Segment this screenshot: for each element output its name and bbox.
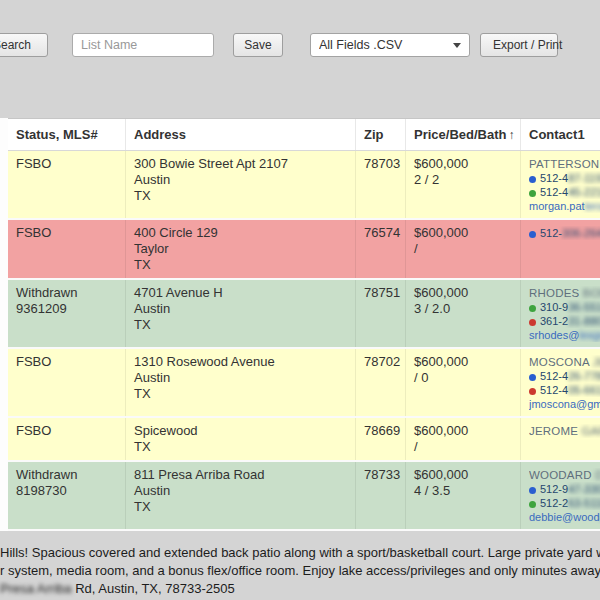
contact-phone-blurred: 05-6612 [568, 384, 600, 396]
address-cell: 1310 Rosewood AvenueAustinTX [125, 349, 355, 416]
contact-name: MOSCONA JEROME [529, 355, 600, 369]
table-body: FSBO300 Bowie Street Apt 2107AustinTX787… [8, 151, 600, 531]
list-name-input[interactable] [72, 33, 214, 57]
contact-phone-visible: 512-9 [540, 483, 568, 495]
contact-phone: 512-947-3302 [529, 482, 600, 496]
address-line: Taylor [134, 241, 347, 257]
contact-email-link[interactable]: morgan.patterson@me.com [529, 199, 600, 213]
address-cell: SpicewoodTX [125, 418, 355, 460]
search-button[interactable]: Search [0, 33, 48, 57]
phone-status-dot-icon [529, 319, 536, 326]
contact-phone-blurred: 306-2644 [562, 227, 600, 239]
contact-email-visible: debbie@wood [529, 511, 600, 523]
contact-name-blurred: BODYA R [583, 287, 600, 299]
phone-status-dot-icon [529, 231, 536, 238]
contact-email-visible: morgan.pat [529, 200, 585, 212]
phone-status-dot-icon [529, 374, 536, 381]
table-row[interactable]: Withdrawn8198730811 Presa Arriba RoadAus… [8, 462, 600, 531]
table-row[interactable]: FSBO1310 Rosewood AvenueAustinTX78702$60… [8, 349, 600, 418]
contact-email-link[interactable]: srhodes@lexgrp.com [529, 328, 600, 342]
table-row[interactable]: FSBO400 Circle 129TaylorTX76574$600,000/… [8, 220, 600, 280]
remarks-line-2: r system, media room, and a bonus flex/o… [0, 562, 600, 580]
price-line: / [414, 241, 512, 257]
contact-phone-visible: 512-4 [540, 384, 568, 396]
contact-cell: MOSCONA JEROME512-426-7789512-405-6612jm… [520, 349, 600, 416]
table-row[interactable]: Withdrawn93612094701 Avenue HAustinTX787… [8, 280, 600, 349]
zip-cell: 78703 [355, 151, 405, 218]
contact-phone-blurred: 87-1193 [568, 172, 600, 184]
contact-name-blurred: DONNA [595, 469, 600, 481]
table-row[interactable]: FSBO300 Bowie Street Apt 2107AustinTX787… [8, 151, 600, 220]
contact-phone-blurred: 63-5118 [568, 497, 600, 509]
status-cell: FSBO [8, 151, 125, 218]
contact-cell: WOODARD DONNA512-947-3302512-263-5118deb… [520, 462, 600, 529]
contact-email-link[interactable]: debbie@woodardgroup.com [529, 510, 600, 524]
contact-phone: 512-426-7789 [529, 369, 600, 383]
contact-phone-visible: 512- [540, 227, 562, 239]
price-line: / [414, 439, 512, 455]
price-cell: $600,0003 / 2.0 [405, 280, 520, 347]
price-cell: $600,0002 / 2 [405, 151, 520, 218]
remarks-line-3: Presa Arriba Rd, Austin, TX, 78733-2505 [0, 580, 600, 598]
contact-email-link[interactable]: jmoscona@gmail.com [529, 397, 600, 411]
remarks-line-1: Hills! Spacious covered and extended bac… [0, 544, 600, 562]
contact-phone-visible: 310-9 [540, 301, 568, 313]
price-line: $600,000 [414, 156, 512, 172]
column-header-contact1[interactable]: Contact1 [520, 119, 600, 150]
column-header-zip[interactable]: Zip [355, 119, 405, 150]
fields-select-value: All Fields .CSV [319, 38, 447, 52]
column-header-price-label: Price/Bed/Bath [414, 127, 506, 142]
price-cell: $600,0004 / 3.5 [405, 462, 520, 529]
status-line: Withdrawn [16, 285, 117, 301]
phone-status-dot-icon [529, 305, 536, 312]
price-line: $600,000 [414, 354, 512, 370]
address-line: TX [134, 317, 347, 333]
address-line: Austin [134, 483, 347, 499]
column-header-address[interactable]: Address [125, 119, 355, 150]
contact-phone: 512-405-6612 [529, 383, 600, 397]
contact-name: PATTERSON MORGAN [529, 157, 600, 171]
contact-phone-visible: 361-2 [540, 315, 568, 327]
table-header-row: Status, MLS# Address Zip Price/Bed/Bath↑… [8, 118, 600, 151]
address-line: 811 Presa Arriba Road [134, 467, 347, 483]
contact-phone-visible: 512-2 [540, 497, 568, 509]
zip-cell: 78751 [355, 280, 405, 347]
price-line: $600,000 [414, 423, 512, 439]
price-cell: $600,000/ [405, 220, 520, 278]
zip-cell: 78669 [355, 418, 405, 460]
zip-cell: 78702 [355, 349, 405, 416]
column-header-status-mls[interactable]: Status, MLS# [8, 119, 125, 150]
contact-name-visible: PATTERSON [529, 158, 600, 170]
address-cell: 4701 Avenue HAustinTX [125, 280, 355, 347]
chevron-down-icon [453, 43, 461, 48]
status-cell: Withdrawn8198730 [8, 462, 125, 529]
status-line: 9361209 [16, 301, 117, 317]
contact-phone: 512-306-2644 [529, 226, 600, 240]
contact-cell: JEROME GARY L [520, 418, 600, 460]
contact-phone-visible: 512-4 [540, 370, 568, 382]
contact-phone-visible: 512-4 [540, 186, 568, 198]
fields-select[interactable]: All Fields .CSV [310, 33, 470, 57]
address-line: Spicewood [134, 423, 347, 439]
contact-name: JEROME GARY L [529, 424, 600, 438]
contact-cell: 512-306-2644 [520, 220, 600, 278]
column-header-price-bed-bath[interactable]: Price/Bed/Bath↑ [405, 119, 520, 150]
save-button[interactable]: Save [233, 33, 283, 57]
table-row[interactable]: FSBOSpicewoodTX78669$600,000/JEROME GARY… [8, 418, 600, 462]
address-cell: 400 Circle 129TaylorTX [125, 220, 355, 278]
contact-name-visible: MOSCONA [529, 356, 593, 368]
address-line: 1310 Rosewood Avenue [134, 354, 347, 370]
phone-status-dot-icon [529, 190, 536, 197]
status-line: FSBO [16, 354, 117, 370]
contact-name-blurred: JEROME [593, 356, 600, 368]
contact-cell: RHODES BODYA R310-936-5514361-231-8807sr… [520, 280, 600, 347]
phone-status-dot-icon [529, 501, 536, 508]
status-line: FSBO [16, 423, 117, 439]
export-print-button[interactable]: Export / Print [480, 33, 558, 57]
contact-email-blurred: terson@me.com [585, 200, 600, 212]
contact-phone: 512-487-1193 [529, 171, 600, 185]
toolbar: Search Save All Fields .CSV Export / Pri… [0, 33, 600, 59]
contact-name-visible: JEROME [529, 425, 582, 437]
page: Search Save All Fields .CSV Export / Pri… [0, 0, 600, 600]
listings-table: Status, MLS# Address Zip Price/Bed/Bath↑… [0, 118, 600, 531]
